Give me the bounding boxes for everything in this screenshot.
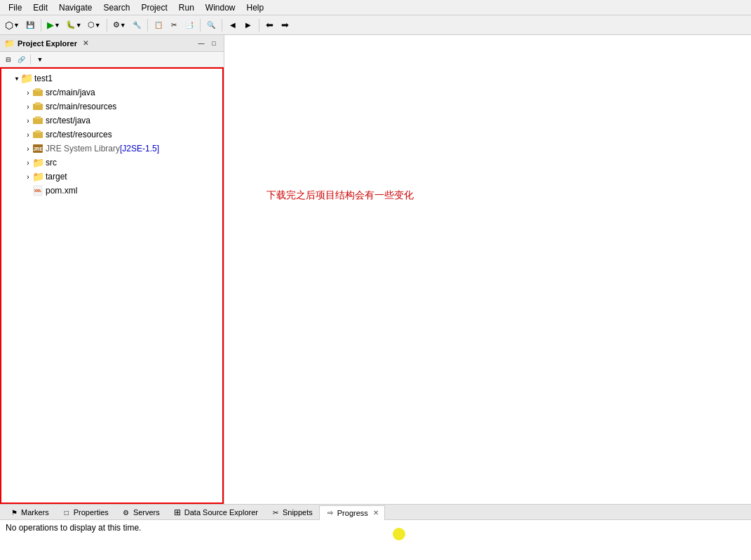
toolbar-separator-3 — [147, 19, 148, 32]
annotation-text: 下载完之后项目结构会有一些变化 — [266, 189, 414, 202]
xml-icon: XML — [32, 185, 43, 196]
svg-rect-5 — [35, 116, 41, 119]
svg-text:XML: XML — [34, 189, 42, 193]
panel-minimize-btn[interactable]: — — [196, 38, 207, 49]
project-explorer-inner-toolbar: ⊟ 🔗 ▼ — [0, 52, 224, 67]
menu-help[interactable]: Help — [241, 1, 270, 14]
tree-item-src-test-java[interactable]: › src/test/java — [1, 114, 222, 128]
toolbar-search-btn[interactable]: 🔍 — [204, 18, 218, 32]
tree-item-jre[interactable]: › JRE JRE System Library [J2SE-1.5] — [1, 142, 222, 156]
package-icon — [32, 129, 43, 140]
menu-navigate[interactable]: Navigate — [53, 1, 97, 14]
toolbar-separator-4 — [200, 19, 201, 32]
tree-label: src/test/resources — [46, 130, 112, 139]
tree-label: pom.xml — [46, 186, 77, 196]
tree-arrow[interactable]: › — [24, 116, 32, 125]
tree-item-src-main-resources[interactable]: › src/main/resources — [1, 100, 222, 114]
tree-arrow[interactable]: › — [24, 88, 32, 97]
folder-icon: 📁 — [32, 157, 43, 168]
toolbar-separator-1 — [41, 19, 41, 32]
tab-snippets-label: Snippets — [283, 508, 313, 517]
bottom-tabs: ⚑ Markers □ Properties ⚙ Servers ⊞ Data … — [0, 505, 751, 520]
toolbar-next-btn[interactable]: ▶ — [241, 18, 255, 32]
menu-bar: File Edit Navigate Search Project Run Wi… — [0, 0, 751, 15]
toolbar-save-btn[interactable]: 💾 — [23, 18, 37, 32]
folder-icon: 📁 — [32, 171, 43, 182]
menu-run[interactable]: Run — [173, 1, 200, 14]
toolbar-new-dropdown[interactable]: ⬡▼ — [3, 18, 22, 32]
datasource-icon: ⊞ — [172, 507, 182, 517]
tab-snippets[interactable]: ✂ Snippets — [264, 505, 319, 519]
toolbar-btn-b[interactable]: 📋 — [151, 18, 165, 32]
project-explorer-label: Project Explorer — [18, 39, 77, 48]
tree-label: src/main/java — [46, 88, 95, 97]
tree-item-test1[interactable]: ▼ 📁 test1 — [1, 71, 222, 86]
toolbar-prev-btn[interactable]: ◀ — [226, 18, 240, 32]
tab-markers[interactable]: ⚑ Markers — [3, 505, 55, 519]
tree-item-src-main-java[interactable]: › src/main/java — [1, 86, 222, 100]
cursor-indicator — [393, 528, 405, 540]
project-icon: 📁 — [21, 73, 32, 84]
close-icon[interactable]: ✕ — [83, 39, 88, 47]
tree-item-src[interactable]: › 📁 src — [1, 156, 222, 170]
servers-icon: ⚙ — [121, 507, 131, 517]
collapse-all-btn[interactable]: ⊟ — [3, 54, 14, 65]
toolbar-forward-btn[interactable]: ➡ — [278, 18, 292, 32]
tree-label: src — [46, 158, 57, 168]
snippets-icon: ✂ — [271, 507, 280, 517]
jre-label: JRE System Library — [46, 144, 120, 153]
tree-arrow[interactable]: › — [24, 102, 32, 111]
tab-properties[interactable]: □ Properties — [55, 505, 115, 519]
menu-search[interactable]: Search — [97, 1, 135, 14]
jse-version-label: [J2SE-1.5] — [120, 144, 159, 153]
tab-datasource-label: Data Source Explorer — [184, 508, 258, 517]
toolbar-run-dropdown[interactable]: ▶▼ — [45, 18, 62, 32]
toolbar-btn-c[interactable]: ✂ — [167, 18, 181, 32]
tree-item-target[interactable]: › 📁 target — [1, 170, 222, 184]
menu-project[interactable]: Project — [135, 1, 172, 14]
view-menu-btn[interactable]: ▼ — [34, 54, 46, 65]
tree-label: src/main/resources — [46, 102, 116, 111]
toolbar-debug-dropdown[interactable]: 🐛▼ — [64, 18, 84, 32]
tab-close-icon[interactable]: ✕ — [373, 509, 379, 517]
tab-datasource[interactable]: ⊞ Data Source Explorer — [166, 505, 264, 519]
bottom-panel: ⚑ Markers □ Properties ⚙ Servers ⊞ Data … — [0, 504, 751, 560]
project-explorer-title: 📁 Project Explorer ✕ — [4, 39, 88, 48]
tree-item-pom-xml[interactable]: XML pom.xml — [1, 184, 222, 198]
toolbar-external-tools-dropdown[interactable]: ⚙▼ — [111, 18, 128, 32]
tree-arrow[interactable]: › — [24, 158, 32, 167]
properties-icon: □ — [62, 507, 72, 517]
content-area: 📁 Project Explorer ✕ — □ ⊟ 🔗 ▼ — [0, 35, 751, 504]
toolbar-btn-d[interactable]: 📑 — [182, 18, 196, 32]
inner-separator — [30, 55, 31, 64]
tree-label: target — [46, 172, 67, 182]
tab-servers[interactable]: ⚙ Servers — [115, 505, 166, 519]
progress-icon: ⇨ — [325, 508, 335, 518]
panel-maximize-btn[interactable]: □ — [208, 38, 219, 49]
toolbar-back-btn[interactable]: ⬅ — [263, 18, 277, 32]
project-tree: ▼ 📁 test1 › src/main/java — [0, 67, 224, 504]
tree-arrow[interactable]: › — [24, 172, 32, 181]
tree-arrow[interactable]: › — [24, 130, 32, 139]
main-layout: 📁 Project Explorer ✕ — □ ⊟ 🔗 ▼ — [0, 35, 751, 560]
svg-rect-7 — [35, 130, 41, 133]
toolbar-btn-a[interactable]: 🔧 — [130, 18, 144, 32]
tab-progress[interactable]: ⇨ Progress ✕ — [319, 505, 385, 520]
no-operations-text: No operations to display at this time. — [6, 523, 141, 533]
tree-label: test1 — [34, 74, 53, 83]
menu-edit[interactable]: Edit — [27, 1, 53, 14]
tree-arrow[interactable]: › — [24, 144, 32, 153]
tab-servers-label: Servers — [133, 508, 160, 517]
toolbar-separator-6 — [259, 19, 259, 32]
tree-item-src-test-resources[interactable]: › src/test/resources — [1, 128, 222, 142]
markers-icon: ⚑ — [9, 507, 19, 517]
link-editor-btn[interactable]: 🔗 — [15, 54, 27, 65]
project-explorer-panel: 📁 Project Explorer ✕ — □ ⊟ 🔗 ▼ — [0, 35, 224, 504]
menu-window[interactable]: Window — [200, 1, 241, 14]
toolbar-profile-dropdown[interactable]: ⬡▼ — [86, 18, 103, 32]
toolbar-separator-2 — [107, 19, 107, 32]
package-icon — [32, 87, 43, 98]
menu-file[interactable]: File — [3, 1, 27, 14]
tab-progress-label: Progress — [337, 509, 368, 517]
main-toolbar: ⬡▼ 💾 ▶▼ 🐛▼ ⬡▼ ⚙▼ 🔧 📋 ✂ 📑 🔍 ◀ ▶ ⬅ ➡ — [0, 15, 751, 35]
